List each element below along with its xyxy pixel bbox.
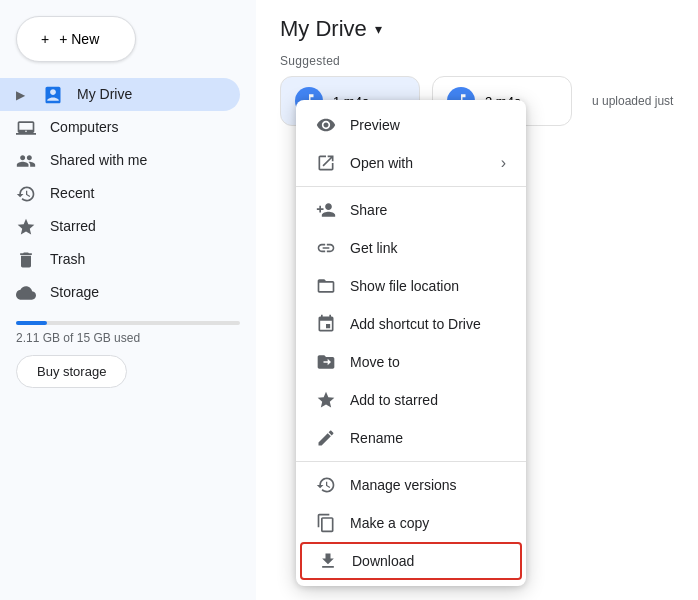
plus-icon: + bbox=[41, 31, 49, 47]
menu-label-download: Download bbox=[352, 553, 414, 569]
rename-icon bbox=[316, 428, 336, 448]
starred-icon bbox=[16, 217, 36, 237]
new-button[interactable]: + + New bbox=[16, 16, 136, 62]
manage-versions-icon bbox=[316, 475, 336, 495]
buy-storage-button[interactable]: Buy storage bbox=[16, 355, 127, 388]
sidebar-item-label-my-drive: My Drive bbox=[77, 84, 132, 105]
sidebar-item-label-starred: Starred bbox=[50, 216, 96, 237]
add-to-starred-icon bbox=[316, 390, 336, 410]
my-drive-chevron-icon: ▶ bbox=[16, 86, 25, 104]
nav-container: ▶My DriveComputersShared with meRecentSt… bbox=[0, 78, 256, 309]
page-title: My Drive bbox=[280, 16, 367, 42]
sidebar-item-trash[interactable]: Trash bbox=[0, 243, 240, 276]
download-icon bbox=[318, 551, 338, 571]
storage-section: 2.11 GB of 15 GB used Buy storage bbox=[16, 321, 240, 388]
upload-info: u uploaded just bbox=[584, 76, 681, 126]
show-file-location-icon bbox=[316, 276, 336, 296]
get-link-icon bbox=[316, 238, 336, 258]
menu-label-rename: Rename bbox=[350, 430, 403, 446]
menu-label-show-file-location: Show file location bbox=[350, 278, 459, 294]
sidebar: + + New ▶My DriveComputersShared with me… bbox=[0, 0, 256, 600]
sidebar-item-storage[interactable]: Storage bbox=[0, 276, 240, 309]
make-a-copy-icon bbox=[316, 513, 336, 533]
sidebar-item-label-recent: Recent bbox=[50, 183, 94, 204]
recent-icon bbox=[16, 184, 36, 204]
sidebar-item-label-shared-with-me: Shared with me bbox=[50, 150, 147, 171]
trash-icon bbox=[16, 250, 36, 270]
menu-item-get-link[interactable]: Get link bbox=[296, 229, 526, 267]
add-shortcut-icon bbox=[316, 314, 336, 334]
computers-icon bbox=[16, 118, 36, 138]
sidebar-item-starred[interactable]: Starred bbox=[0, 210, 240, 243]
my-drive-icon bbox=[43, 85, 63, 105]
suggested-label: Suggested bbox=[256, 50, 698, 76]
menu-item-preview[interactable]: Preview bbox=[296, 106, 526, 144]
share-icon bbox=[316, 200, 336, 220]
open-with-icon bbox=[316, 153, 336, 173]
menu-item-share[interactable]: Share bbox=[296, 191, 526, 229]
menu-item-show-file-location[interactable]: Show file location bbox=[296, 267, 526, 305]
menu-item-add-shortcut[interactable]: Add shortcut to Drive bbox=[296, 305, 526, 343]
context-menu: PreviewOpen with›ShareGet linkShow file … bbox=[296, 100, 526, 586]
sidebar-item-my-drive[interactable]: ▶My Drive bbox=[0, 78, 240, 111]
menu-label-preview: Preview bbox=[350, 117, 400, 133]
menu-divider-divider-2 bbox=[296, 461, 526, 462]
sidebar-item-computers[interactable]: Computers bbox=[0, 111, 240, 144]
submenu-arrow-icon: › bbox=[501, 154, 506, 172]
menu-item-open-with[interactable]: Open with› bbox=[296, 144, 526, 182]
uploaded-text: u uploaded just bbox=[592, 94, 673, 108]
menu-item-move-to[interactable]: Move to bbox=[296, 343, 526, 381]
move-to-icon bbox=[316, 352, 336, 372]
menu-divider-divider-1 bbox=[296, 186, 526, 187]
menu-item-manage-versions[interactable]: Manage versions bbox=[296, 466, 526, 504]
storage-bar-fill bbox=[16, 321, 47, 325]
storage-bar-background bbox=[16, 321, 240, 325]
shared-with-me-icon bbox=[16, 151, 36, 171]
sidebar-item-label-computers: Computers bbox=[50, 117, 118, 138]
menu-label-manage-versions: Manage versions bbox=[350, 477, 457, 493]
menu-label-make-a-copy: Make a copy bbox=[350, 515, 429, 531]
storage-used-text: 2.11 GB of 15 GB used bbox=[16, 331, 240, 345]
menu-label-add-shortcut: Add shortcut to Drive bbox=[350, 316, 481, 332]
menu-label-move-to: Move to bbox=[350, 354, 400, 370]
main-header: My Drive ▾ bbox=[256, 0, 698, 50]
sidebar-item-label-trash: Trash bbox=[50, 249, 85, 270]
chevron-down-icon[interactable]: ▾ bbox=[375, 21, 382, 37]
sidebar-item-recent[interactable]: Recent bbox=[0, 177, 240, 210]
menu-item-make-a-copy[interactable]: Make a copy bbox=[296, 504, 526, 542]
menu-item-download[interactable]: Download bbox=[300, 542, 522, 580]
storage-icon bbox=[16, 283, 36, 303]
sidebar-item-shared-with-me[interactable]: Shared with me bbox=[0, 144, 240, 177]
menu-item-rename[interactable]: Rename bbox=[296, 419, 526, 457]
menu-label-share: Share bbox=[350, 202, 387, 218]
menu-label-open-with: Open with bbox=[350, 155, 413, 171]
main-content: My Drive ▾ Suggested 1.m4a 2.m4a u uploa… bbox=[256, 0, 698, 600]
menu-item-add-to-starred[interactable]: Add to starred bbox=[296, 381, 526, 419]
sidebar-item-label-storage: Storage bbox=[50, 282, 99, 303]
menu-label-get-link: Get link bbox=[350, 240, 397, 256]
menu-label-add-to-starred: Add to starred bbox=[350, 392, 438, 408]
new-button-label: + New bbox=[59, 31, 99, 47]
preview-icon bbox=[316, 115, 336, 135]
